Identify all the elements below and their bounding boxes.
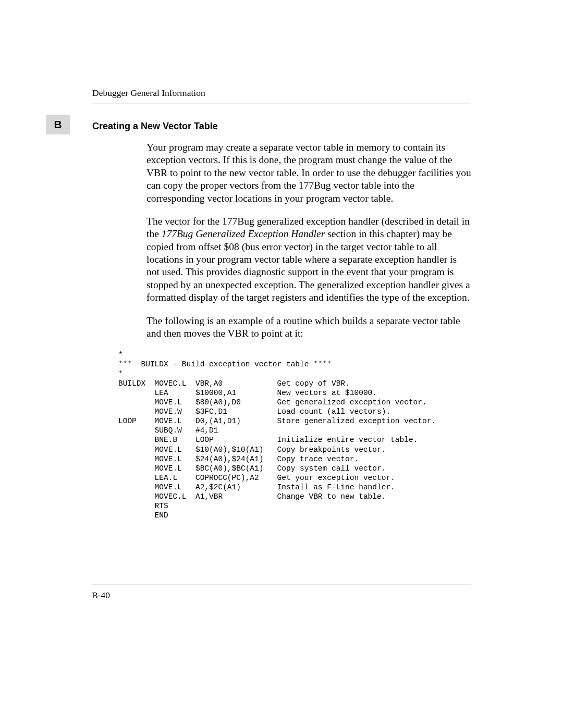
running-header: Debugger General Information [92, 88, 471, 98]
code-line: RTS [118, 502, 168, 510]
header-rule [92, 104, 471, 104]
page-content: Debugger General Information B Creating … [0, 0, 563, 521]
code-line: *** BUILDX - Build exception vector tabl… [118, 360, 332, 368]
code-line: MOVE.L A2,$2C(A1) Install as F-Line hand… [118, 483, 395, 491]
code-line: MOVE.L $24(A0),$24(A1) Copy trace vector… [118, 455, 359, 463]
code-line: MOVE.L $80(A0),D0 Get generalized except… [118, 398, 427, 406]
code-line: END [118, 511, 168, 520]
code-listing: * *** BUILDX - Build exception vector ta… [118, 350, 471, 520]
code-line: LOOP MOVE.L D0,(A1,D1) Store generalized… [118, 417, 436, 425]
code-line: * [118, 370, 123, 378]
paragraph-1: Your program may create a separate vecto… [146, 141, 471, 205]
code-line: BNE.B LOOP Initialize entire vector tabl… [118, 436, 418, 444]
paragraph-3: The following is an example of a routine… [146, 315, 471, 340]
subheading-creating-vector-table: Creating a New Vector Table [92, 121, 471, 132]
code-line: MOVE.L $10(A0),$10(A1) Copy breakpoints … [118, 446, 386, 454]
code-line: LEA.L COPROCC(PC),A2 Get your exception … [118, 474, 395, 482]
paragraph-2: The vector for the 177Bug generalized ex… [146, 215, 471, 304]
section-tab: B [46, 115, 70, 134]
code-line: SUBQ.W #4,D1 [118, 426, 218, 435]
code-line: MOVE.L $BC(A0),$BC(A1) Copy system call … [118, 464, 386, 473]
code-line: * [118, 351, 123, 359]
code-line: MOVEC.L A1,VBR Change VBR to new table. [118, 492, 386, 501]
paragraph-2-text-b: section in this chapter) may be copied f… [146, 228, 470, 303]
code-line: BUILDX MOVEC.L VBR,A0 Get copy of VBR. [118, 379, 350, 388]
paragraph-2-emphasis: 177Bug Generalized Exception Handler [162, 228, 325, 239]
code-line: MOVE.W $3FC,D1 Load count (all vectors). [118, 408, 390, 416]
footer-rule [92, 585, 471, 585]
page-number: B-40 [92, 590, 110, 601]
code-line: LEA $10000,A1 New vectors at $10000. [118, 389, 377, 397]
